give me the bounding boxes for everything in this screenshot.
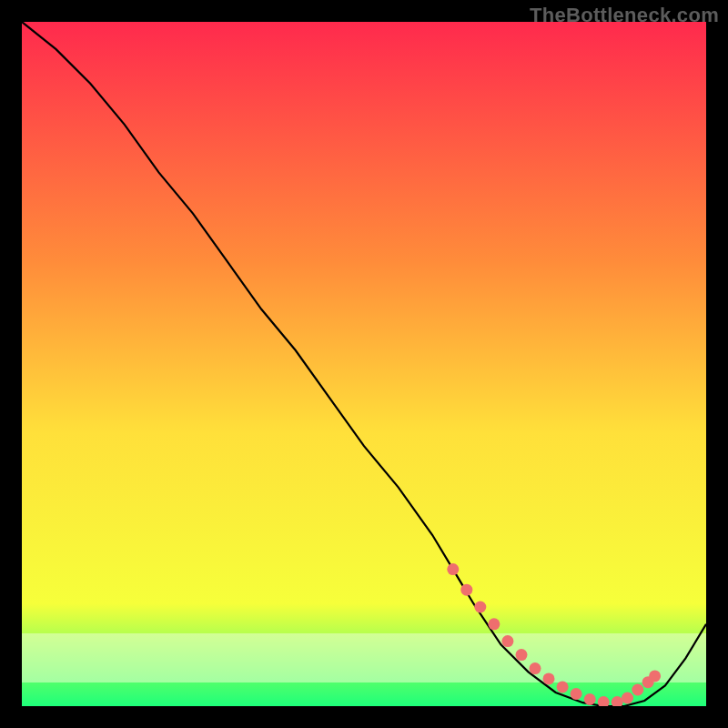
marker-dot [543,672,555,684]
marker-dot [571,688,582,700]
marker-dot [584,693,596,705]
marker-dot [632,684,643,696]
marker-dot [474,602,486,613]
haze-band [22,633,706,682]
marker-dot [530,662,541,674]
marker-dot [460,584,472,596]
marker-dot [622,693,633,704]
marker-dot [649,670,661,682]
marker-dot [501,635,513,647]
marker-dot [447,563,459,575]
chart-frame: TheBottleneck.com [0,0,728,728]
plot-area [22,22,706,706]
marker-dot [488,618,500,630]
chart-svg [22,22,706,706]
marker-dot [557,681,569,693]
marker-dot [516,649,528,661]
